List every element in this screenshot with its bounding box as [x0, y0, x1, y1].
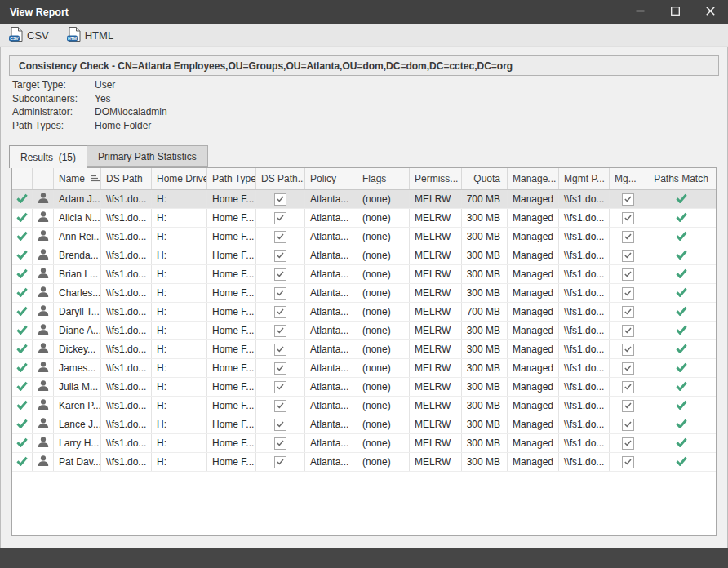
mg-checkbox[interactable] — [610, 228, 646, 246]
mg-checkbox[interactable] — [610, 303, 646, 321]
paths-match-cell — [646, 265, 716, 283]
name-cell: Karen P... — [54, 397, 101, 415]
column-header-mgmt-path[interactable]: Mgmt P... — [559, 168, 610, 189]
field-path-types: Path Types: Home Folder — [12, 119, 167, 133]
table-row[interactable]: Dickey...\\fs1.do...H:Home F...Atlanta..… — [12, 340, 716, 359]
column-header-permissions[interactable]: Permiss... — [410, 168, 462, 189]
table-row[interactable]: James...\\fs1.do...H:Home F...Atlanta...… — [12, 359, 716, 378]
table-row[interactable]: Lance J...\\fs1.do...H:Home F...Atlanta.… — [12, 415, 716, 434]
column-header-object-type[interactable] — [33, 168, 54, 189]
table-row[interactable]: Daryll T...\\fs1.do...H:Home F...Atlanta… — [12, 303, 716, 322]
mg-checkbox[interactable] — [610, 284, 646, 302]
mg-checkbox[interactable] — [610, 434, 646, 452]
home-drive-cell: H: — [152, 322, 207, 339]
ds-path-checkbox[interactable] — [256, 340, 305, 358]
mg-checkbox[interactable] — [610, 246, 646, 264]
flags-cell: (none) — [357, 359, 410, 377]
column-header-mg[interactable]: Mg... — [610, 168, 646, 189]
ds-path-checkbox[interactable] — [256, 190, 305, 208]
ds-path-checkbox[interactable] — [256, 209, 305, 227]
table-row[interactable]: Larry H...\\fs1.do...H:Home F...Atlanta.… — [12, 434, 716, 453]
policy-cell: Atlanta... — [305, 340, 357, 358]
table-row[interactable]: Julia M...\\fs1.do...H:Home F...Atlanta.… — [12, 378, 716, 397]
ds-path-checkbox[interactable] — [256, 228, 305, 246]
mg-checkbox[interactable] — [610, 415, 646, 433]
table-row[interactable]: Ann Rei...\\fs1.do...H:Home F...Atlanta.… — [12, 228, 716, 246]
tab-primary-path-statistics[interactable]: Primary Path Statistics — [87, 145, 208, 167]
table-row[interactable]: Brenda...\\fs1.do...H:Home F...Atlanta..… — [12, 246, 716, 265]
ds-path-checkbox[interactable] — [256, 415, 305, 433]
ds-path-cell: \\fs1.do... — [101, 359, 152, 377]
column-header-managed[interactable]: Manage... — [508, 168, 559, 189]
table-row[interactable]: Alicia N...\\fs1.do...H:Home F...Atlanta… — [12, 209, 716, 228]
column-header-path-type[interactable]: Path Type — [207, 168, 256, 189]
table-row[interactable]: Brian L...\\fs1.do...H:Home F...Atlanta.… — [12, 265, 716, 284]
quota-cell: 300 MB — [462, 397, 508, 415]
mg-checkbox[interactable] — [610, 209, 646, 227]
user-icon — [38, 418, 49, 431]
maximize-button[interactable] — [658, 0, 693, 24]
mg-checkbox[interactable] — [610, 378, 646, 396]
mg-checkbox[interactable] — [610, 340, 646, 358]
row-status-cell — [12, 228, 33, 246]
close-button[interactable] — [693, 0, 728, 24]
ds-path-checkbox[interactable] — [256, 378, 305, 396]
permissions-cell: MELRW — [410, 434, 462, 452]
column-header-ds-path[interactable]: DS Path — [101, 168, 152, 189]
table-row[interactable]: Karen P...\\fs1.do...H:Home F...Atlanta.… — [12, 397, 716, 415]
table-row[interactable]: Charles...\\fs1.do...H:Home F...Atlanta.… — [12, 284, 716, 303]
object-type-cell — [33, 397, 54, 415]
home-drive-cell: H: — [152, 265, 207, 283]
minimize-button[interactable] — [623, 0, 658, 24]
checkbox-icon — [274, 456, 286, 468]
table-row[interactable]: Diane A...\\fs1.do...H:Home F...Atlanta.… — [12, 322, 716, 340]
mg-checkbox[interactable] — [610, 322, 646, 339]
quota-cell: 300 MB — [462, 415, 508, 433]
ds-path-checkbox[interactable] — [256, 265, 305, 283]
flags-cell: (none) — [357, 209, 410, 227]
column-header-home-drive[interactable]: Home Drive — [152, 168, 207, 189]
managed-cell: Managed — [508, 209, 559, 227]
permissions-cell: MELRW — [410, 265, 462, 283]
column-header-flags[interactable]: Flags — [357, 168, 410, 189]
column-header-status[interactable] — [12, 168, 33, 189]
mg-checkbox[interactable] — [610, 397, 646, 415]
ds-path-checkbox[interactable] — [256, 359, 305, 377]
column-header-quota[interactable]: Quota — [462, 168, 508, 189]
row-status-cell — [12, 453, 33, 471]
user-icon — [38, 362, 49, 375]
table-row[interactable]: Pat Dav...\\fs1.do...H:Home F...Atlanta.… — [12, 453, 716, 472]
column-header-ds-path-check[interactable]: DS Path... — [256, 168, 305, 189]
ds-path-checkbox[interactable] — [256, 397, 305, 415]
ds-path-checkbox[interactable] — [256, 246, 305, 264]
tab-results[interactable]: Results (15) — [9, 145, 87, 168]
mg-checkbox[interactable] — [610, 265, 646, 283]
checkbox-icon — [274, 268, 286, 281]
flags-cell: (none) — [357, 228, 410, 246]
column-header-name[interactable]: Name — [54, 168, 101, 189]
tab-primary-path-statistics-label: Primary Path Statistics — [98, 151, 197, 162]
mgmt-path-cell: \\fs1.do... — [559, 284, 610, 302]
table-row[interactable]: Adam J...\\fs1.do...H:Home F...Atlanta..… — [12, 190, 716, 209]
mg-checkbox[interactable] — [610, 359, 646, 377]
ds-path-checkbox[interactable] — [256, 284, 305, 302]
mg-checkbox[interactable] — [610, 190, 646, 208]
ds-path-checkbox[interactable] — [256, 434, 305, 452]
flags-cell: (none) — [357, 453, 410, 471]
paths-match-cell — [646, 322, 716, 339]
row-status-cell — [12, 322, 33, 339]
ds-path-checkbox[interactable] — [256, 303, 305, 321]
path-type-cell: Home F... — [207, 397, 256, 415]
ds-path-checkbox[interactable] — [256, 453, 305, 471]
column-header-policy[interactable]: Policy — [305, 168, 357, 189]
column-header-paths-match[interactable]: Paths Match — [646, 168, 716, 189]
export-html-button[interactable]: HTM HTML — [64, 26, 116, 45]
name-cell: Pat Dav... — [54, 453, 101, 471]
mg-checkbox[interactable] — [610, 453, 646, 471]
permissions-cell: MELRW — [410, 453, 462, 471]
title-bar: View Report — [0, 0, 728, 24]
ds-path-checkbox[interactable] — [256, 322, 305, 339]
export-csv-button[interactable]: CSV CSV — [7, 26, 51, 45]
quota-cell: 300 MB — [462, 265, 508, 283]
object-type-cell — [33, 359, 54, 377]
